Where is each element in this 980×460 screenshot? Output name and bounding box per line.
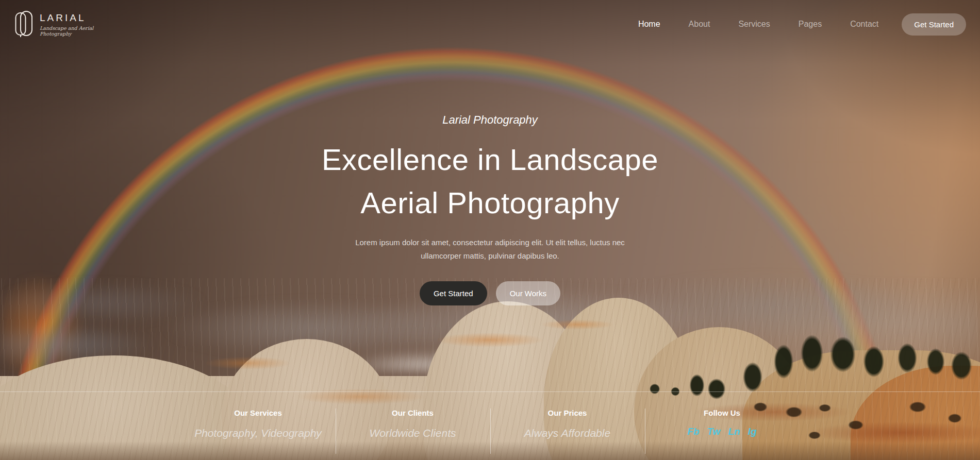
bottom-strip-columns: Our Services Photography, Videography Ou… bbox=[181, 392, 800, 460]
nav-item-home[interactable]: Home bbox=[638, 20, 660, 29]
column-our-clients: Our Clients Worldwide Clients bbox=[336, 408, 490, 460]
column-our-prices: Our Prices Always Affordable bbox=[490, 408, 645, 460]
hero-title: Excellence in Landscape Aerial Photograp… bbox=[0, 138, 980, 225]
landing-page: LARIAL Landscape and Aerial Photography … bbox=[0, 0, 980, 460]
nav-menu: Home About Services Pages Contact bbox=[638, 20, 878, 29]
column-value: Photography, Videography bbox=[181, 427, 336, 439]
brand-tagline: Landscape and Aerial Photography bbox=[40, 25, 93, 37]
nav-get-started-button[interactable]: Get Started bbox=[902, 13, 966, 36]
column-label: Our Prices bbox=[490, 408, 645, 417]
hero-eyebrow: Larial Photography bbox=[0, 113, 980, 127]
column-label: Our Services bbox=[181, 408, 336, 417]
brand-tagline-line2: Photography bbox=[40, 31, 72, 37]
hero-description-line1: Lorem ipsum dolor sit amet, consectetur … bbox=[355, 238, 625, 247]
column-value: Worldwide Clients bbox=[336, 427, 490, 439]
hero-section: Larial Photography Excellence in Landsca… bbox=[0, 113, 980, 305]
social-link-facebook[interactable]: Fb bbox=[687, 426, 699, 437]
social-link-instagram[interactable]: Ig bbox=[748, 426, 757, 437]
nav-item-about[interactable]: About bbox=[689, 20, 710, 29]
brand-text: LARIAL Landscape and Aerial Photography bbox=[40, 12, 93, 37]
hero-description: Lorem ipsum dolor sit amet, consectetur … bbox=[0, 236, 980, 263]
hero-description-line2: ullamcorper mattis, pulvinar dapibus leo… bbox=[421, 251, 559, 260]
our-works-button[interactable]: Our Works bbox=[496, 281, 560, 305]
column-label: Follow Us bbox=[645, 408, 800, 417]
hero-title-line1: Excellence in Landscape bbox=[322, 143, 658, 176]
column-follow-us: Follow Us Fb Tw Ln Ig bbox=[645, 408, 800, 460]
social-links: Fb Tw Ln Ig bbox=[645, 426, 800, 437]
hero-title-line2: Aerial Photography bbox=[360, 186, 619, 219]
brand-name: LARIAL bbox=[40, 12, 93, 24]
column-our-services: Our Services Photography, Videography bbox=[181, 408, 336, 460]
column-label: Our Clients bbox=[336, 408, 490, 417]
nav-item-contact[interactable]: Contact bbox=[850, 20, 878, 29]
column-value: Always Affordable bbox=[490, 427, 645, 439]
brand-logo[interactable]: LARIAL Landscape and Aerial Photography bbox=[14, 10, 93, 38]
top-navigation: LARIAL Landscape and Aerial Photography … bbox=[0, 0, 980, 48]
nav-item-pages[interactable]: Pages bbox=[799, 20, 822, 29]
bottom-strip: Our Services Photography, Videography Ou… bbox=[0, 391, 980, 460]
get-started-button[interactable]: Get Started bbox=[420, 281, 487, 305]
hero-cta-row: Get Started Our Works bbox=[0, 281, 980, 305]
logo-icon bbox=[14, 10, 33, 38]
nav-item-services[interactable]: Services bbox=[738, 20, 770, 29]
social-link-twitter[interactable]: Tw bbox=[707, 426, 721, 437]
social-link-linkedin[interactable]: Ln bbox=[728, 426, 740, 437]
brand-tagline-line1: Landscape and Aerial bbox=[40, 25, 93, 31]
